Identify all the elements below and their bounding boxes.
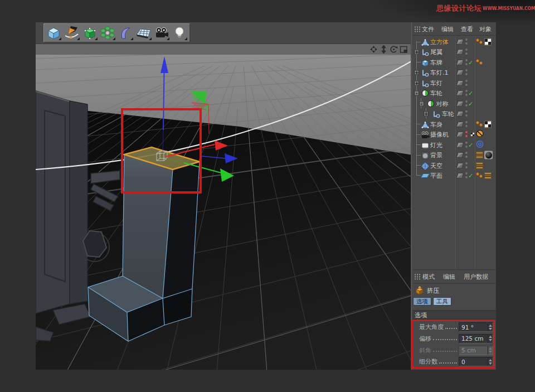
keyframe-icon[interactable] [470, 132, 475, 137]
enabled-check-icon[interactable]: ✓ [468, 100, 473, 107]
material-dots-icon[interactable] [476, 38, 484, 45]
film-tag-icon[interactable] [484, 172, 492, 178]
visibility-dots[interactable] [465, 172, 468, 179]
pan-view-icon[interactable] [369, 45, 378, 54]
light-tool[interactable] [172, 25, 188, 41]
visibility-dots[interactable] [465, 69, 468, 76]
expand-toggle[interactable]: + [414, 80, 419, 85]
object-row-平面[interactable]: 平面✓ [412, 170, 498, 181]
object-row-车灯[interactable]: +车灯 [412, 78, 498, 88]
visibility-layer-icon[interactable] [456, 39, 464, 45]
object-label[interactable]: 对称 [436, 99, 449, 108]
visibility-layer-icon[interactable] [456, 142, 464, 148]
menu-编辑[interactable]: 编辑 [441, 25, 454, 33]
spline-pen-tool[interactable] [64, 25, 80, 41]
object-label[interactable]: 立方体 [430, 38, 449, 46]
expand-toggle[interactable]: + [424, 112, 429, 117]
expand-toggle[interactable]: - [414, 91, 419, 96]
bend-deformer-tool[interactable] [118, 25, 134, 41]
object-label[interactable]: 车牌 [430, 58, 442, 66]
object-label[interactable]: 车轮 [442, 110, 454, 118]
object-row-对称[interactable]: -对称✓ [412, 98, 498, 109]
editable-polygon-tool[interactable] [82, 25, 98, 41]
object-label[interactable]: 车灯 [430, 79, 442, 87]
object-row-灯光[interactable]: 灯光✓ [412, 139, 498, 150]
object-row-尾翼[interactable]: +尾翼 [412, 47, 498, 57]
visibility-layer-icon[interactable] [456, 90, 464, 96]
enabled-check-icon[interactable]: ✓ [468, 172, 473, 179]
checker-tag-icon[interactable] [484, 38, 492, 46]
material-dots-icon[interactable] [476, 172, 484, 179]
visibility-layer-icon[interactable] [456, 122, 464, 127]
checker-tag-icon[interactable] [484, 120, 492, 128]
drag-handle-icon[interactable] [414, 274, 421, 280]
visibility-dots[interactable] [465, 49, 468, 55]
object-row-车牌[interactable]: 车牌✓ [412, 57, 498, 67]
visibility-layer-icon[interactable] [456, 111, 464, 117]
visibility-dots[interactable] [465, 59, 468, 66]
enabled-check-icon[interactable]: ✓ [468, 59, 473, 66]
object-label[interactable]: 天空 [430, 161, 442, 170]
enabled-check-icon[interactable]: ✓ [468, 141, 473, 148]
target-tag-icon[interactable] [476, 139, 484, 150]
array-generator-tool[interactable] [100, 25, 116, 41]
object-label[interactable]: 摄像机 [430, 130, 449, 139]
visibility-dots[interactable] [465, 90, 468, 96]
object-row-天空[interactable]: 天空 [412, 160, 498, 171]
attribute-section-options[interactable]: 选项 [412, 310, 496, 320]
menu-编辑[interactable]: 编辑 [443, 273, 455, 281]
visibility-dots[interactable] [465, 121, 468, 128]
object-label[interactable]: 车身 [430, 120, 442, 128]
expand-toggle[interactable]: + [414, 70, 419, 75]
material-dots-icon[interactable] [476, 121, 484, 128]
menu-文件[interactable]: 文件 [422, 25, 434, 33]
expand-toggle[interactable]: - [419, 101, 424, 106]
expand-toggle[interactable]: + [414, 50, 419, 55]
visibility-dots[interactable] [465, 80, 468, 86]
film-tag-icon[interactable] [476, 162, 483, 168]
visibility-layer-icon[interactable] [456, 49, 464, 55]
film-tag-icon[interactable] [476, 152, 483, 158]
tab-选项[interactable]: 选项 [413, 297, 431, 306]
material-ball-icon[interactable] [484, 151, 493, 159]
visibility-dots[interactable] [465, 131, 468, 138]
floor-environment-tool[interactable] [135, 25, 152, 41]
menu-对象[interactable]: 对象 [479, 25, 492, 33]
camera-off-tag-icon[interactable] [476, 129, 484, 140]
camera-tool[interactable] [154, 25, 170, 41]
visibility-layer-icon[interactable] [456, 70, 464, 75]
menu-用户数据[interactable]: 用户数据 [464, 273, 488, 281]
object-label[interactable]: 平面 [430, 171, 442, 180]
rotate-view-icon[interactable] [390, 45, 398, 54]
viewport[interactable] [36, 55, 411, 370]
object-label[interactable]: 车轮 [430, 89, 442, 98]
visibility-dots[interactable] [465, 152, 468, 158]
tab-工具[interactable]: 工具 [433, 297, 451, 306]
dolly-view-icon[interactable] [380, 45, 388, 54]
menu-查看[interactable]: 查看 [461, 25, 473, 33]
material-dots-icon[interactable] [476, 59, 484, 66]
object-row-立方体[interactable]: 立方体 [412, 37, 498, 47]
visibility-dots[interactable] [465, 110, 468, 117]
visibility-layer-icon[interactable] [456, 101, 464, 107]
drag-handle-icon[interactable] [414, 26, 421, 32]
object-label[interactable]: 车灯.1 [430, 69, 449, 77]
visibility-layer-icon[interactable] [456, 132, 464, 137]
cube-primitive-tool[interactable] [46, 25, 62, 41]
visibility-layer-icon[interactable] [456, 163, 464, 168]
object-label[interactable]: 尾翼 [430, 48, 442, 56]
object-row-背景[interactable]: 背景 [412, 150, 498, 161]
enabled-check-icon[interactable]: ✓ [468, 90, 473, 97]
visibility-layer-icon[interactable] [456, 152, 464, 158]
visibility-layer-icon[interactable] [456, 80, 464, 86]
visibility-dots[interactable] [465, 162, 468, 169]
object-row-车身[interactable]: 车身 [412, 119, 498, 129]
toggle-view-view-icon[interactable] [400, 45, 408, 54]
visibility-dots[interactable] [465, 100, 468, 107]
visibility-dots[interactable] [465, 38, 468, 45]
object-label[interactable]: 灯光 [430, 141, 442, 149]
visibility-dots[interactable] [465, 142, 468, 148]
object-row-车轮[interactable]: +车轮 [412, 109, 498, 119]
object-row-车轮[interactable]: -车轮✓ [412, 88, 498, 99]
object-row-摄像机[interactable]: 摄像机 [412, 129, 498, 140]
